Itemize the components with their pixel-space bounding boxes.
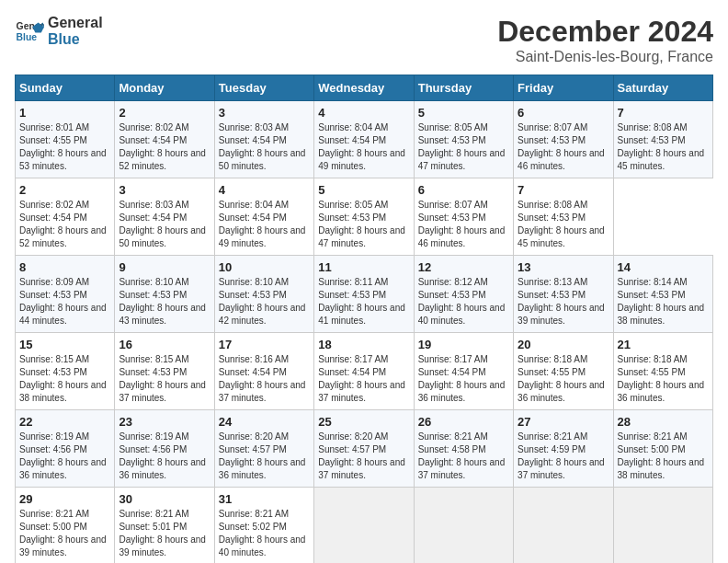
calendar-week-0: 1Sunrise: 8:01 AMSunset: 4:55 PMDaylight… <box>16 101 713 178</box>
header-sunday: Sunday <box>16 75 115 101</box>
day-number: 16 <box>119 338 210 351</box>
calendar-cell: 25Sunrise: 8:20 AMSunset: 4:57 PMDayligh… <box>314 410 414 488</box>
day-number: 4 <box>318 106 409 120</box>
calendar-week-4: 22Sunrise: 8:19 AMSunset: 4:56 PMDayligh… <box>16 410 713 488</box>
calendar-cell: 10Sunrise: 8:10 AMSunset: 4:53 PMDayligh… <box>214 256 313 333</box>
calendar-cell: 6Sunrise: 8:07 AMSunset: 4:53 PMDaylight… <box>514 101 613 178</box>
day-number: 22 <box>19 415 110 429</box>
calendar-cell: 6Sunrise: 8:07 AMSunset: 4:53 PMDaylight… <box>414 178 513 256</box>
day-info: Sunrise: 8:11 AMSunset: 4:53 PMDaylight:… <box>318 276 409 327</box>
day-info: Sunrise: 8:18 AMSunset: 4:55 PMDaylight:… <box>618 353 709 405</box>
day-number: 2 <box>19 183 110 197</box>
day-number: 7 <box>618 106 709 120</box>
calendar-cell: 5Sunrise: 8:05 AMSunset: 4:53 PMDaylight… <box>314 178 414 256</box>
day-number: 9 <box>119 260 210 274</box>
day-info: Sunrise: 8:13 AMSunset: 4:53 PMDaylight:… <box>518 276 609 327</box>
day-number: 11 <box>318 260 409 274</box>
day-info: Sunrise: 8:18 AMSunset: 4:55 PMDaylight:… <box>518 353 609 405</box>
day-info: Sunrise: 8:17 AMSunset: 4:54 PMDaylight:… <box>418 353 509 405</box>
logo-icon: General Blue <box>15 17 44 46</box>
calendar-week-3: 15Sunrise: 8:15 AMSunset: 4:53 PMDayligh… <box>16 333 713 410</box>
day-number: 3 <box>119 183 210 197</box>
calendar-cell: 4Sunrise: 8:04 AMSunset: 4:54 PMDaylight… <box>214 178 313 256</box>
logo-blue: Blue <box>48 31 103 48</box>
calendar-cell: 31Sunrise: 8:21 AMSunset: 5:02 PMDayligh… <box>214 488 313 564</box>
day-info: Sunrise: 8:10 AMSunset: 4:53 PMDaylight:… <box>119 276 210 327</box>
calendar-cell: 1Sunrise: 8:01 AMSunset: 4:55 PMDaylight… <box>16 101 115 178</box>
calendar-cell: 16Sunrise: 8:15 AMSunset: 4:53 PMDayligh… <box>115 333 214 410</box>
calendar-cell: 5Sunrise: 8:05 AMSunset: 4:53 PMDaylight… <box>414 101 513 178</box>
calendar-cell: 15Sunrise: 8:15 AMSunset: 4:53 PMDayligh… <box>16 333 115 410</box>
day-number: 6 <box>518 106 609 120</box>
day-info: Sunrise: 8:02 AMSunset: 4:54 PMDaylight:… <box>119 121 210 173</box>
header-thursday: Thursday <box>414 75 513 101</box>
day-info: Sunrise: 8:05 AMSunset: 4:53 PMDaylight:… <box>318 199 409 250</box>
title-block: December 2024 Saint-Denis-les-Bourg, Fra… <box>497 15 713 65</box>
calendar-cell: 24Sunrise: 8:20 AMSunset: 4:57 PMDayligh… <box>214 410 313 488</box>
day-info: Sunrise: 8:04 AMSunset: 4:54 PMDaylight:… <box>318 121 409 173</box>
header-tuesday: Tuesday <box>214 75 313 101</box>
day-number: 2 <box>119 106 210 120</box>
calendar-week-1: 2Sunrise: 8:02 AMSunset: 4:54 PMDaylight… <box>16 178 713 256</box>
day-info: Sunrise: 8:21 AMSunset: 5:00 PMDaylight:… <box>618 431 709 482</box>
day-info: Sunrise: 8:21 AMSunset: 4:59 PMDaylight:… <box>518 431 609 482</box>
day-info: Sunrise: 8:19 AMSunset: 4:56 PMDaylight:… <box>119 431 210 482</box>
calendar-week-5: 29Sunrise: 8:21 AMSunset: 5:00 PMDayligh… <box>16 488 713 564</box>
day-info: Sunrise: 8:15 AMSunset: 4:53 PMDaylight:… <box>119 353 210 405</box>
day-info: Sunrise: 8:20 AMSunset: 4:57 PMDaylight:… <box>219 431 310 482</box>
day-number: 5 <box>318 183 409 197</box>
day-number: 15 <box>19 338 110 351</box>
calendar-cell: 2Sunrise: 8:02 AMSunset: 4:54 PMDaylight… <box>115 101 214 178</box>
day-number: 28 <box>618 415 709 429</box>
calendar-cell <box>514 488 613 564</box>
calendar-table: SundayMondayTuesdayWednesdayThursdayFrid… <box>15 75 713 563</box>
day-info: Sunrise: 8:14 AMSunset: 4:53 PMDaylight:… <box>618 276 709 327</box>
day-number: 10 <box>219 260 310 274</box>
calendar-cell: 2Sunrise: 8:02 AMSunset: 4:54 PMDaylight… <box>16 178 115 256</box>
day-number: 30 <box>119 492 210 506</box>
day-number: 21 <box>618 338 709 351</box>
calendar-cell: 8Sunrise: 8:09 AMSunset: 4:53 PMDaylight… <box>16 256 115 333</box>
day-number: 25 <box>318 415 409 429</box>
day-number: 7 <box>518 183 609 197</box>
calendar-cell: 3Sunrise: 8:03 AMSunset: 4:54 PMDaylight… <box>214 101 313 178</box>
calendar-cell <box>314 488 414 564</box>
calendar-title: December 2024 <box>497 15 713 49</box>
day-info: Sunrise: 8:08 AMSunset: 4:53 PMDaylight:… <box>618 121 709 173</box>
day-info: Sunrise: 8:21 AMSunset: 4:58 PMDaylight:… <box>418 431 509 482</box>
calendar-cell: 7Sunrise: 8:08 AMSunset: 4:53 PMDaylight… <box>514 178 613 256</box>
calendar-cell: 7Sunrise: 8:08 AMSunset: 4:53 PMDaylight… <box>613 101 712 178</box>
day-info: Sunrise: 8:03 AMSunset: 4:54 PMDaylight:… <box>119 199 210 250</box>
day-number: 13 <box>518 260 609 274</box>
calendar-cell: 9Sunrise: 8:10 AMSunset: 4:53 PMDaylight… <box>115 256 214 333</box>
calendar-cell: 11Sunrise: 8:11 AMSunset: 4:53 PMDayligh… <box>314 256 414 333</box>
day-number: 12 <box>418 260 509 274</box>
header-wednesday: Wednesday <box>314 75 414 101</box>
day-number: 5 <box>418 106 509 120</box>
day-info: Sunrise: 8:09 AMSunset: 4:53 PMDaylight:… <box>19 276 110 327</box>
day-info: Sunrise: 8:21 AMSunset: 5:02 PMDaylight:… <box>219 508 310 559</box>
calendar-subtitle: Saint-Denis-les-Bourg, France <box>497 49 713 65</box>
calendar-week-2: 8Sunrise: 8:09 AMSunset: 4:53 PMDaylight… <box>16 256 713 333</box>
day-number: 19 <box>418 338 509 351</box>
day-number: 14 <box>618 260 709 274</box>
calendar-cell: 19Sunrise: 8:17 AMSunset: 4:54 PMDayligh… <box>414 333 513 410</box>
header-saturday: Saturday <box>613 75 712 101</box>
day-number: 18 <box>318 338 409 351</box>
day-number: 4 <box>219 183 310 197</box>
calendar-cell: 17Sunrise: 8:16 AMSunset: 4:54 PMDayligh… <box>214 333 313 410</box>
day-info: Sunrise: 8:01 AMSunset: 4:55 PMDaylight:… <box>19 121 110 173</box>
day-number: 26 <box>418 415 509 429</box>
header-row: SundayMondayTuesdayWednesdayThursdayFrid… <box>16 75 713 101</box>
calendar-cell: 26Sunrise: 8:21 AMSunset: 4:58 PMDayligh… <box>414 410 513 488</box>
calendar-cell: 13Sunrise: 8:13 AMSunset: 4:53 PMDayligh… <box>514 256 613 333</box>
day-number: 6 <box>418 183 509 197</box>
day-number: 29 <box>19 492 110 506</box>
day-number: 24 <box>219 415 310 429</box>
calendar-cell: 3Sunrise: 8:03 AMSunset: 4:54 PMDaylight… <box>115 178 214 256</box>
calendar-cell: 20Sunrise: 8:18 AMSunset: 4:55 PMDayligh… <box>514 333 613 410</box>
calendar-cell: 22Sunrise: 8:19 AMSunset: 4:56 PMDayligh… <box>16 410 115 488</box>
calendar-cell: 21Sunrise: 8:18 AMSunset: 4:55 PMDayligh… <box>613 333 712 410</box>
day-info: Sunrise: 8:21 AMSunset: 5:00 PMDaylight:… <box>19 508 110 559</box>
header-monday: Monday <box>115 75 214 101</box>
